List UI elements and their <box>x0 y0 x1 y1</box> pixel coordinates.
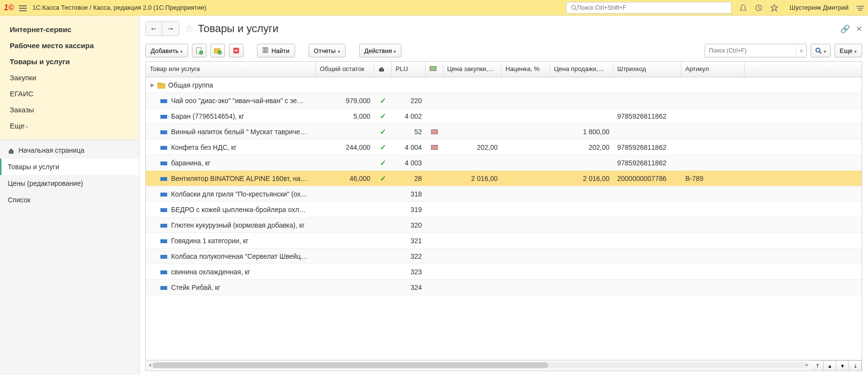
table-row[interactable]: баранина, кг✓4 0039785926811862 <box>146 155 862 171</box>
new-item-button[interactable]: + <box>192 44 207 57</box>
table-row[interactable]: свинина охлажденная, кг323 <box>146 264 862 280</box>
data-table: Товар или услуга Общий остаток PLU Цена … <box>145 61 862 371</box>
nav-item[interactable]: Рабочее место кассира <box>0 37 139 54</box>
scroll-bottom-button[interactable]: ⤓ <box>849 360 862 371</box>
col-sell[interactable]: Цена продажи,… <box>550 62 613 77</box>
more-button[interactable]: Еще <box>834 44 862 57</box>
table-row[interactable]: Колбаса полукопченая "Сервелат Швейц…322 <box>146 249 862 264</box>
svg-rect-19 <box>264 48 266 53</box>
table-row[interactable]: БЕДРО с кожей цыпленка-бройлера охл…319 <box>146 202 862 217</box>
search-icon <box>571 4 577 12</box>
svg-rect-20 <box>266 48 268 53</box>
item-icon <box>160 208 167 212</box>
table-row[interactable]: Глютен кукурузный (кормовая добавка), кг… <box>146 217 862 233</box>
favorite-star-icon[interactable]: ☆ <box>184 22 194 35</box>
nav2-item[interactable]: Список <box>0 192 139 208</box>
scroll-top-button[interactable]: ⤒ <box>811 360 824 371</box>
svg-point-22 <box>816 48 820 52</box>
table-row[interactable]: Чай ооо "диас-эко" "иван-чай-иван" с зе…… <box>146 93 862 108</box>
table-row[interactable]: Баран (7796514654), кг5,000✓4 0029785926… <box>146 108 862 124</box>
reports-button[interactable]: Отчеты <box>309 44 346 57</box>
svg-text:+: + <box>200 51 203 54</box>
group-label: Общая группа <box>168 81 213 89</box>
nav2-item[interactable]: Начальная страница <box>0 142 139 159</box>
forward-button[interactable]: → <box>162 22 179 36</box>
nav-item[interactable]: Еще <box>0 118 139 134</box>
check-icon: ✓ <box>380 96 386 105</box>
table-row[interactable]: Колбаски для гриля "По-крестьянски" (ох…… <box>146 186 862 202</box>
money-badge-icon <box>431 129 438 134</box>
find-button[interactable]: Найти <box>257 44 295 57</box>
folder-icon <box>157 81 165 89</box>
history-icon[interactable] <box>755 3 763 12</box>
nav2-item[interactable]: Цены (редактирование) <box>0 175 139 192</box>
app-topbar: 1© 1С:Касса Тестовое / Касса, редакция 2… <box>0 0 868 16</box>
table-row[interactable]: Стейк Рибай, кг324 <box>146 280 862 295</box>
search-button[interactable] <box>811 44 831 57</box>
col-barcode[interactable]: Штрихкод <box>613 62 681 77</box>
svg-rect-24 <box>379 69 384 71</box>
nav-item[interactable]: Интернет-сервис <box>0 21 139 37</box>
nav-item[interactable]: Закупки <box>0 70 139 86</box>
page-title: Товары и услуги <box>198 22 278 35</box>
check-icon: ✓ <box>380 159 386 167</box>
app-title: 1С:Касса Тестовое / Касса, редакция 2.0 … <box>33 4 207 11</box>
nav-item[interactable]: Товары и услуги <box>0 54 139 70</box>
item-icon <box>160 130 167 134</box>
nav2-label: Товары и услуги <box>8 163 59 171</box>
table-search[interactable]: × <box>705 44 807 57</box>
nav-back-forward: ← → <box>145 21 179 36</box>
table-search-input[interactable] <box>705 47 796 54</box>
hamburger-icon[interactable] <box>19 4 27 11</box>
nav-primary: Интернет-сервисРабочее место кассираТова… <box>0 16 139 140</box>
nav-item[interactable]: ЕГАИС <box>0 86 139 102</box>
nav2-label: Начальная страница <box>18 146 84 154</box>
svg-text:+: + <box>219 51 221 54</box>
scroll-down-button[interactable]: ▼ <box>836 360 849 371</box>
new-folder-button[interactable]: + <box>210 44 225 57</box>
expand-icon[interactable]: ▶ <box>151 82 155 88</box>
global-search[interactable] <box>566 2 731 14</box>
col-name[interactable]: Товар или услуга <box>146 62 316 77</box>
link-icon[interactable]: 🔗 <box>840 24 850 34</box>
item-icon <box>160 161 167 165</box>
clear-search-icon[interactable]: × <box>796 47 806 54</box>
item-icon <box>160 239 167 243</box>
delete-button[interactable] <box>229 44 243 57</box>
col-buy[interactable]: Цена закупки,… <box>443 62 502 77</box>
col-plu[interactable]: PLU <box>392 62 426 77</box>
col-stock[interactable]: Общий остаток <box>316 62 374 77</box>
col-printer-icon[interactable] <box>374 62 392 77</box>
item-icon <box>160 255 167 259</box>
svg-rect-27 <box>157 83 161 84</box>
svg-point-3 <box>572 5 575 9</box>
scroll-up-button[interactable]: ▲ <box>824 360 836 371</box>
svg-line-23 <box>819 52 821 54</box>
table-row[interactable]: Винный напиток белый " Мускат тавриче…✓5… <box>146 124 862 140</box>
table-row[interactable]: Вентилятор BINATONE ALPINE 160вт, на…46,… <box>146 171 862 186</box>
user-name[interactable]: Шустерняк Дмитрий <box>790 4 849 11</box>
col-article[interactable]: Артикул <box>681 62 745 77</box>
back-button[interactable]: ← <box>146 22 162 36</box>
horizontal-scrollbar[interactable] <box>149 362 808 368</box>
svg-rect-25 <box>380 67 383 69</box>
col-markup[interactable]: Наценка, % <box>502 62 550 77</box>
table-row[interactable]: Говядина 1 категории, кг321 <box>146 233 862 249</box>
close-icon[interactable]: ✕ <box>856 24 862 34</box>
svg-line-4 <box>575 9 577 11</box>
settings-icon[interactable] <box>856 4 864 11</box>
toolbar: Добавить + + Найти Отчеты Действия × <box>145 42 862 61</box>
check-icon: ✓ <box>380 127 386 136</box>
col-money-icon[interactable] <box>426 62 443 77</box>
bell-icon[interactable] <box>739 3 747 12</box>
actions-button[interactable]: Действия <box>359 44 402 57</box>
group-row[interactable]: ▶ Общая группа <box>146 77 862 93</box>
star-icon[interactable] <box>770 3 778 12</box>
check-icon: ✓ <box>380 143 386 151</box>
add-button[interactable]: Добавить <box>145 44 188 57</box>
nav-item[interactable]: Заказы <box>0 102 139 118</box>
global-search-input[interactable] <box>577 4 727 11</box>
nav2-item[interactable]: Товары и услуги <box>0 159 139 175</box>
nav-secondary: Начальная страницаТовары и услугиЦены (р… <box>0 140 139 375</box>
table-row[interactable]: Конфета без НДС, кг244,000✓4 004202,0020… <box>146 140 862 155</box>
